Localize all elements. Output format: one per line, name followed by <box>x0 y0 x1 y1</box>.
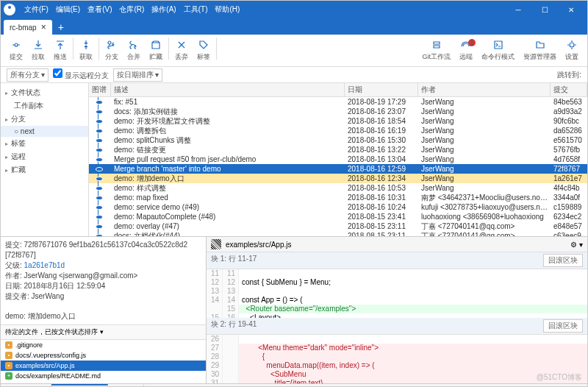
commit-row[interactable]: Merge pull request #50 from jser-club/de… <box>89 155 587 164</box>
menu-item[interactable]: 帮助(H) <box>212 3 243 16</box>
commit-row[interactable]: demo: map fixed2018-08-16 10:31南梦 <34642… <box>89 193 587 202</box>
col-date[interactable]: 日期 <box>345 83 418 96</box>
diff-line[interactable]: 28 { <box>207 352 587 361</box>
commit-row[interactable]: demo: MapautoComplete (#48)2018-08-15 23… <box>89 212 587 221</box>
diff-line[interactable]: 1414const App = () => ( <box>207 296 587 305</box>
commit-row[interactable]: docs: 添加实例链接2018-08-16 23:07JserWang a9d… <box>89 107 587 116</box>
status-tab[interactable]: 搜索 <box>108 385 144 388</box>
toolbar-设置[interactable]: 设置 <box>561 38 583 63</box>
tab-close-icon[interactable]: × <box>41 22 46 32</box>
commit-detail-panel: 提交: 72f87671076 9ef1ba261c56137c04ca3c05… <box>1 237 207 383</box>
commit-row[interactable]: demo: 样式调整2018-08-16 10:53JserWang 4f4c8… <box>89 183 587 193</box>
qr-icon <box>211 239 221 249</box>
diff-line[interactable]: 1111 <box>207 269 587 278</box>
sidebar-item[interactable]: ▸ 标签 <box>1 137 88 150</box>
sidebar: ▸ 文件状态 工作副本▸ 分支○ next▸ 标签▸ 远程▸ 贮藏 <box>1 83 89 236</box>
commit-row[interactable]: demo: 调整拆包2018-08-16 16:19JserWang da652… <box>89 126 587 135</box>
file-row[interactable]: +docs/examples/README.md <box>1 371 206 381</box>
menu-item[interactable]: 文件(F) <box>21 3 51 16</box>
toolbar-命令行模式[interactable]: 命令行模式 <box>477 38 519 63</box>
app-logo <box>4 4 15 15</box>
diff-line[interactable]: 30 <SubMenu <box>207 370 587 379</box>
parent-link[interactable]: 1a261e7b1d <box>24 261 65 269</box>
col-author[interactable]: 作者 <box>418 83 551 96</box>
diff-settings-icon[interactable]: ⚙ ▾ <box>570 241 583 249</box>
file-status-icon: • <box>5 362 12 369</box>
watermark: @51CTO博客 <box>537 372 582 383</box>
file-row[interactable]: •docs/.vuepress/config.js <box>1 350 206 361</box>
commit-row[interactable]: demo: splitChunks 调整2018-08-16 15:30Jser… <box>89 135 587 145</box>
file-row[interactable]: •examples/src/App.js <box>1 361 206 371</box>
menu-item[interactable]: 编辑(E) <box>53 3 83 16</box>
diff-line[interactable]: 29 menuData.map((item, index) => ( <box>207 361 587 370</box>
revert-hunk-button[interactable]: 回滚区块 <box>543 319 583 333</box>
commit-row[interactable]: fix: #512018-08-19 17:29JserWang 84be563 <box>89 97 587 107</box>
sidebar-item[interactable]: ▸ 分支 <box>1 113 88 126</box>
diff-line[interactable]: 15 <Router basename="/examples"> <box>207 305 587 313</box>
statusbar: 文件状态日志 / 历史搜索 <box>1 383 587 387</box>
commit-metadata: 提交: 72f87671076 9ef1ba261c56137c04ca3c05… <box>1 237 206 325</box>
commit-list: 图谱 描述 日期 作者 提交 fix: #512018-08-19 17:29J… <box>89 83 587 236</box>
sidebar-item[interactable]: ▸ 文件状态 <box>1 86 88 99</box>
repo-tabbar: rc-bmap × + <box>1 18 587 35</box>
diff-line[interactable]: 27 <Menu theme="dark" mode="inline"> <box>207 344 587 352</box>
commit-row[interactable]: demo: overlay (#47)2018-08-15 23:11丁嘉 <7… <box>89 221 587 231</box>
status-tab[interactable]: 日志 / 历史 <box>51 384 108 388</box>
minimize-button[interactable]: ─ <box>505 1 531 18</box>
toolbar-资源管理器[interactable]: 资源管理器 <box>519 38 561 63</box>
revert-hunk-button[interactable]: 回滚区块 <box>543 254 583 267</box>
diff-line[interactable]: 26 <box>207 335 587 344</box>
window-controls: ─ ☐ ✕ <box>505 1 584 18</box>
menu-item[interactable]: 仓库(R) <box>116 3 147 16</box>
diff-line[interactable]: 1313 <box>207 287 587 296</box>
file-status-icon: • <box>5 352 12 359</box>
branch-filter[interactable]: 所有分支 ▾ <box>7 68 49 82</box>
toolbar-提交[interactable]: 提交 <box>5 38 27 63</box>
toolbar-合并[interactable]: 合并 <box>123 38 145 63</box>
hunk-header: 块 1: 行 11-17 <box>211 254 257 267</box>
commit-row[interactable]: demo: 开发环境配置文件调整2018-08-16 18:54JserWang… <box>89 116 587 126</box>
menubar: 文件(F)编辑(E)查看(V)仓库(R)操作(A)工具(T)帮助(H) <box>21 3 243 16</box>
status-tab[interactable]: 文件状态 <box>1 385 51 388</box>
file-row[interactable]: •.gitignore <box>1 340 206 350</box>
toolbar-Git工作流[interactable]: Git工作流 <box>417 38 455 63</box>
col-commit[interactable]: 提交 <box>551 83 587 96</box>
toolbar-远端[interactable]: 1远端 <box>455 38 477 63</box>
diff-file-path: examples/src/App.js <box>226 241 291 249</box>
filter-bar: 所有分支 ▾ 显示远程分支 按日期排序 ▾ 跳转到: <box>1 67 587 83</box>
toolbar-丢弃[interactable]: 丢弃 <box>171 38 193 63</box>
repo-tab[interactable]: rc-bmap × <box>4 20 52 35</box>
main-toolbar: 提交拉取推送获取分支合并贮藏丢弃标签 Git工作流1远端命令行模式资源管理器设置 <box>1 35 587 67</box>
toolbar-分支[interactable]: 分支 <box>101 38 123 63</box>
toolbar-贮藏[interactable]: 贮藏 <box>145 38 167 63</box>
tab-label: rc-bmap <box>10 24 37 32</box>
commit-row[interactable]: demo: 链接变更2018-08-16 13:22JserWang 57676… <box>89 145 587 155</box>
diff-line[interactable]: 1212const { SubMenu } = Menu; <box>207 278 587 287</box>
toolbar-获取[interactable]: 获取 <box>75 38 97 63</box>
menu-item[interactable]: 工具(T) <box>181 3 211 16</box>
file-filter-dropdown[interactable]: 待定的文件，已按文件状态排序 ▾ <box>1 325 206 340</box>
menu-item[interactable]: 操作(A) <box>148 3 179 16</box>
tab-add-button[interactable]: + <box>52 20 70 35</box>
commit-header: 图谱 描述 日期 作者 提交 <box>89 83 587 97</box>
toolbar-标签[interactable]: 标签 <box>193 38 215 63</box>
close-button[interactable]: ✕ <box>558 1 584 18</box>
sidebar-item[interactable]: ▸ 贮藏 <box>1 163 88 177</box>
sidebar-item[interactable]: 工作副本 <box>1 99 88 113</box>
menu-item[interactable]: 查看(V) <box>85 3 115 16</box>
sidebar-item[interactable]: ○ next <box>1 126 88 137</box>
sort-dropdown[interactable]: 按日期排序 ▾ <box>113 68 162 82</box>
commit-row[interactable]: demo: service demo (#49)2018-08-16 10:24… <box>89 202 587 212</box>
commit-row[interactable]: Merge branch 'master' into demo2018-08-1… <box>89 164 587 174</box>
sidebar-item[interactable]: ▸ 远程 <box>1 150 88 163</box>
toolbar-推送[interactable]: 推送 <box>49 38 71 63</box>
col-graph[interactable]: 图谱 <box>89 83 111 96</box>
show-remote-checkbox[interactable]: 显示远程分支 <box>53 68 109 81</box>
commit-row[interactable]: demo: 增加demo入口2018-08-16 12:34JserWang 1… <box>89 174 587 183</box>
commit-row[interactable]: docs: 文档优化(#44)2018-08-15 23:11丁嘉 <72704… <box>89 231 587 236</box>
col-desc[interactable]: 描述 <box>111 83 345 96</box>
diff-line[interactable]: 31 title={item.text} <box>207 379 587 383</box>
toolbar-拉取[interactable]: 拉取 <box>27 38 49 63</box>
maximize-button[interactable]: ☐ <box>531 1 558 18</box>
jump-label: 跳转到: <box>557 70 581 80</box>
